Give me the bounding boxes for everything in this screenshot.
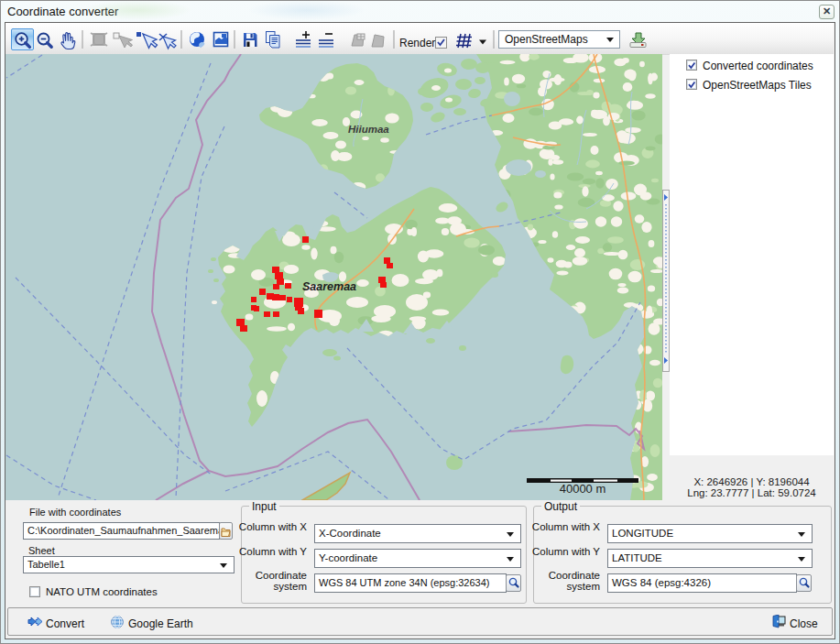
svg-text:Hiiumaa: Hiiumaa xyxy=(348,124,389,135)
svg-text:Saaremaa: Saaremaa xyxy=(302,280,356,293)
svg-text:40000 m: 40000 m xyxy=(560,482,606,496)
